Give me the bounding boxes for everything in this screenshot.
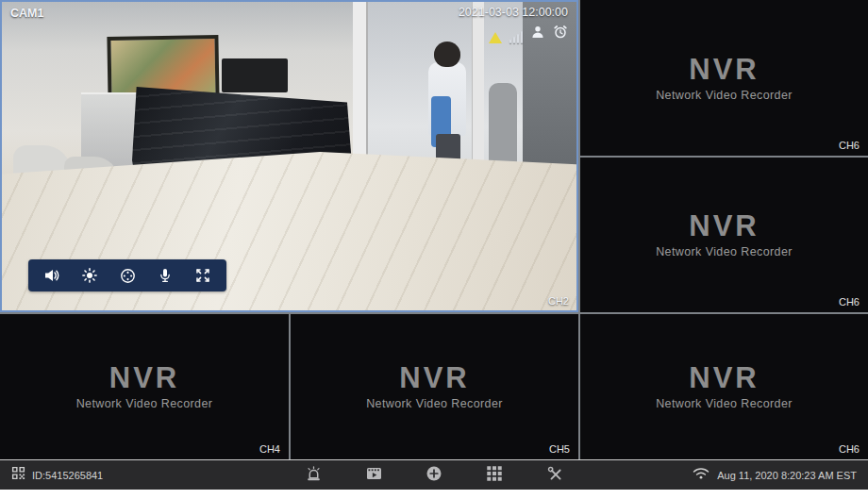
nvr-logo-subtitle: Network Video Recorder [656,89,793,102]
nvr-logo: NVR Network Video Recorder [580,314,868,459]
channel-label: CH2 [548,295,569,307]
scene-wall-tv [222,58,288,92]
fullscreen-icon [195,268,210,283]
brightness-button[interactable] [81,267,98,284]
scene-person-head [434,42,460,67]
add-device-icon [426,465,442,485]
nvr-logo: NVR Network Video Recorder [291,314,578,459]
datetime-label: Aug 11, 2020 8:20:23 AM EST [717,470,857,481]
brightness-icon [82,268,97,283]
ptz-control-button[interactable] [119,267,136,284]
channel-cell-ch6-bottom[interactable]: NVR Network Video Recorder CH6 [580,314,868,459]
wifi-icon [693,467,709,484]
feed-toolbar [28,259,226,291]
person-detect-icon [530,25,545,43]
nvr-logo: NVR Network Video Recorder [0,314,289,459]
fullscreen-button[interactable] [194,267,211,284]
channel-label: CH6 [839,140,860,151]
nvr-logo-text: NVR [109,363,179,392]
device-id-group: ID:5415265841 [11,466,103,484]
nvr-logo: NVR Network Video Recorder [580,0,868,156]
channel-cell-ch6-mid[interactable]: NVR Network Video Recorder CH6 [580,158,868,312]
channel-label: CH5 [549,443,570,455]
nvr-logo-text: NVR [689,55,759,84]
nvr-logo-subtitle: Network Video Recorder [366,397,503,410]
alarm-button[interactable] [304,466,323,485]
datetime-group: Aug 11, 2020 8:20:23 AM EST [693,467,857,484]
nvr-logo-text: NVR [399,363,469,392]
bar-center-menu [304,466,564,485]
camera-feed-ch2[interactable]: CAM1 2021-03-03 12:00:00 [0,0,578,312]
status-bar: ID:5415265841 [0,459,868,490]
nvr-logo-subtitle: Network Video Recorder [656,397,793,410]
nvr-logo: NVR Network Video Recorder [580,158,868,312]
signal-bars-icon [509,31,524,43]
ptz-control-icon [120,268,136,284]
grid-view-button[interactable] [485,466,504,485]
feed-status-icons [489,25,569,43]
microphone-button[interactable] [157,267,174,284]
alarm-icon [305,466,323,485]
channel-label: CH6 [839,443,860,455]
device-id-label: ID:5415265841 [32,470,103,481]
channel-grid: CAM1 2021-03-03 12:00:00 [0,0,868,459]
speaker-icon [43,268,60,283]
qr-code-icon [11,466,25,484]
grid-view-icon [486,465,503,485]
tools-icon [547,466,563,485]
nvr-logo-text: NVR [689,363,759,392]
add-device-button[interactable] [425,466,443,485]
nvr-logo-subtitle: Network Video Recorder [656,245,793,258]
channel-label: CH6 [839,296,860,308]
microphone-icon [158,268,173,283]
speaker-button[interactable] [43,267,60,284]
warning-triangle-icon [489,32,502,43]
camera-name-label: CAM1 [10,7,43,20]
tools-button[interactable] [545,466,564,485]
playback-button[interactable] [364,466,383,485]
channel-cell-ch5[interactable]: NVR Network Video Recorder CH5 [291,314,578,459]
channel-label: CH4 [259,443,280,455]
nvr-logo-subtitle: Network Video Recorder [76,397,213,410]
feed-timestamp: 2021-03-03 12:00:00 [459,6,568,19]
playback-icon [365,466,383,484]
alarm-clock-icon [553,25,568,43]
nvr-logo-text: NVR [689,211,759,241]
nvr-screen: CAM1 2021-03-03 12:00:00 [0,0,868,499]
channel-cell-ch4[interactable]: NVR Network Video Recorder CH4 [0,314,289,459]
channel-cell-ch6-top[interactable]: NVR Network Video Recorder CH6 [580,0,868,156]
